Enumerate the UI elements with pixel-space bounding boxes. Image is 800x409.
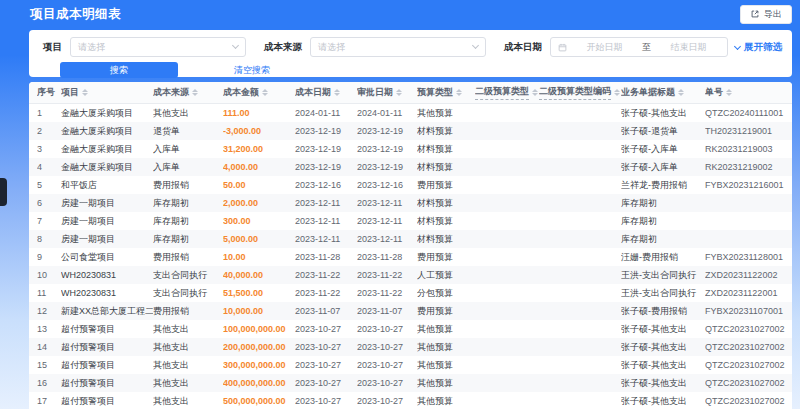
column-header-10[interactable]: 单号 [705,86,786,99]
table-cell: 入库单 [153,143,223,156]
search-button[interactable]: 搜索 [60,62,178,78]
table-cell: 2023-10-27 [295,396,357,406]
column-header-6[interactable]: 预算类型 [417,86,475,99]
column-header-label: 预算类型 [417,86,453,99]
table-cell: FYBX20231128001 [705,252,786,262]
table-row: 14超付预警项目其他支出200,000,000.002023-10-272023… [29,338,792,356]
table-cell: ZXD20231122001 [705,288,786,298]
end-date-input[interactable]: 结束日期 [657,41,720,54]
cost-source-select-placeholder: 请选择 [318,41,345,54]
table-cell: 其他预算 [417,377,475,390]
sort-icon[interactable] [82,89,88,97]
table-cell: 10 [37,270,61,280]
table-cell: 200,000,000.00 [223,342,295,352]
column-header-7[interactable]: 二级预算类型 [475,85,539,100]
table-cell: 材料预算 [417,197,475,210]
table-cell: 2023-10-27 [357,396,417,406]
table-cell: 2023-12-19 [357,162,417,172]
table-cell: 费用报销 [153,251,223,264]
column-header-label: 成本日期 [295,86,331,99]
table-cell: 材料预算 [417,215,475,228]
table-cell: 费用报销 [153,179,223,192]
sort-icon[interactable] [396,89,402,97]
table-cell: 40,000.00 [223,270,295,280]
table-cell: 材料预算 [417,161,475,174]
table-cell: 111.00 [223,108,295,118]
table-cell: QTZC20231027002 [705,378,786,388]
start-date-input[interactable]: 开始日期 [573,41,636,54]
table-cell: 2,000.00 [223,198,295,208]
date-range-separator: 至 [642,41,651,54]
table-cell: 2023-11-22 [357,288,417,298]
table-cell: 2023-10-27 [357,360,417,370]
table-cell: QTZC20231027002 [705,396,786,406]
table-cell: 金融大厦采购项目 [61,161,153,174]
table-cell: 其他支出 [153,395,223,408]
table-cell: 10,000.00 [223,306,295,316]
table-row: 11WH20230831支出合同执行51,500.002023-11-22202… [29,284,792,302]
column-header-8[interactable]: 二级预算类型编码 [539,85,621,100]
sort-icon[interactable] [532,89,538,97]
table-cell: QTZC20240111001 [705,108,786,118]
table-cell: 其他预算 [417,395,475,408]
table-cell: 2023-10-27 [357,324,417,334]
expand-filters-link[interactable]: 展开筛选 [735,41,782,54]
table-cell: 2023-12-11 [295,216,357,226]
column-header-label: 成本来源 [153,86,189,99]
table-cell: 超付预警项目 [61,377,153,390]
table-cell: 兰祥龙-费用报销 [621,179,705,192]
sort-icon[interactable] [456,89,462,97]
table-cell: 2023-11-07 [295,306,357,316]
sort-icon[interactable] [334,89,340,97]
table-cell: 2023-12-11 [295,234,357,244]
cost-source-select[interactable]: 请选择 [310,37,486,57]
table-cell: 费用预算 [417,305,475,318]
table-cell: 16 [37,378,61,388]
clear-search-link[interactable]: 清空搜索 [234,64,270,77]
table-cell: 2023-12-19 [295,144,357,154]
table-cell: QTZC20231027002 [705,342,786,352]
column-header-5[interactable]: 审批日期 [357,86,417,99]
table-cell: 2024-01-11 [295,108,357,118]
sort-icon[interactable] [262,89,268,97]
export-button[interactable]: 导出 [740,5,792,24]
table-cell: 2023-11-22 [295,288,357,298]
table-row: 4金融大厦采购项目入库单4,000.002023-12-192023-12-19… [29,158,792,176]
table-cell: RK20231219002 [705,162,786,172]
sort-icon[interactable] [678,89,684,97]
sort-icon[interactable] [614,89,620,97]
table-cell: 库存期初 [621,233,705,246]
sort-icon[interactable] [726,89,732,97]
project-filter-group: 项目 请选择 [43,37,246,57]
table-cell: 2023-12-19 [295,126,357,136]
cost-date-range-input[interactable]: 开始日期 至 结束日期 [550,37,728,57]
table-cell: 15 [37,360,61,370]
table-cell: 6 [37,198,61,208]
column-header-2[interactable]: 成本来源 [153,86,223,99]
column-header-1[interactable]: 项目 [61,86,153,99]
table-cell: 2023-12-11 [357,234,417,244]
table-cell: 2023-11-22 [295,270,357,280]
table-cell: 费用预算 [417,251,475,264]
table-cell: TH20231219001 [705,126,786,136]
export-button-label: 导出 [764,8,782,21]
table-scroll-area[interactable]: 1金融大厦采购项目其他支出111.002024-01-112024-01-11其… [29,104,792,409]
column-header-label: 序号 [37,86,55,99]
project-select[interactable]: 请选择 [70,37,246,57]
side-drawer-handle[interactable] [0,178,7,206]
column-header-label: 业务单据标题 [621,86,675,99]
table-cell: 2023-12-11 [295,198,357,208]
table-cell: 2 [37,126,61,136]
table-cell: 5 [37,180,61,190]
column-header-4[interactable]: 成本日期 [295,86,357,99]
table-cell: 其他支出 [153,341,223,354]
table-cell: 2023-10-27 [295,360,357,370]
table-cell: 31,200.00 [223,144,295,154]
table-cell: 其他预算 [417,341,475,354]
sort-icon[interactable] [192,89,198,97]
column-header-3[interactable]: 成本金额 [223,86,295,99]
table-row: 1金融大厦采购项目其他支出111.002024-01-112024-01-11其… [29,104,792,122]
table-cell: 2023-11-22 [357,270,417,280]
column-header-9[interactable]: 业务单据标题 [621,86,705,99]
table-cell: 库存期初 [153,197,223,210]
